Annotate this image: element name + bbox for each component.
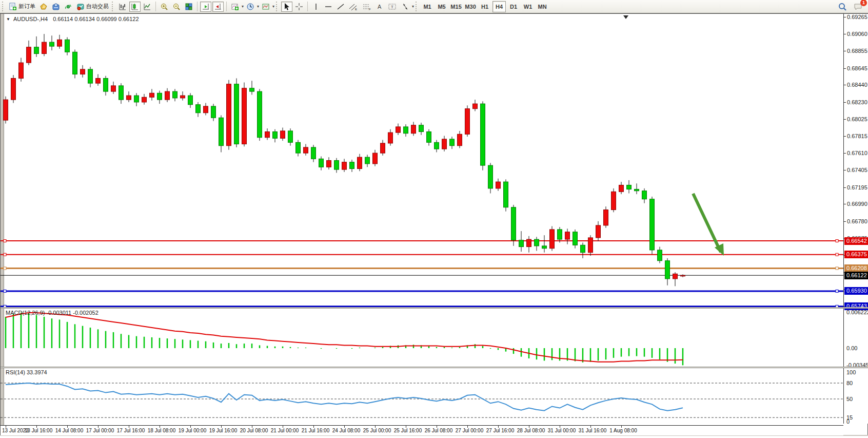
toolbar-grip[interactable] bbox=[416, 2, 418, 11]
candle-body bbox=[27, 47, 31, 63]
new-order-button[interactable]: 新订单 bbox=[7, 2, 37, 12]
timeframe-m1[interactable]: M1 bbox=[421, 1, 434, 12]
hline-handle[interactable] bbox=[836, 290, 838, 292]
svg-text:A: A bbox=[378, 4, 382, 10]
trendline-button[interactable] bbox=[335, 2, 346, 12]
svg-text:T: T bbox=[391, 5, 393, 9]
date-label: 21 Jul 16:00 bbox=[302, 428, 330, 433]
arrows-dropdown-caret[interactable]: ▾ bbox=[412, 4, 414, 9]
timeframe-m5[interactable]: M5 bbox=[435, 1, 448, 12]
trend-arrow-shaft[interactable] bbox=[693, 194, 721, 252]
rsi-panel[interactable] bbox=[1, 368, 843, 425]
panel-splitter[interactable] bbox=[1, 307, 868, 309]
candle-body bbox=[88, 69, 93, 83]
zoom-out-button[interactable] bbox=[171, 2, 182, 12]
candle-body bbox=[288, 131, 293, 142]
candle-body bbox=[519, 240, 524, 247]
timeframe-m15[interactable]: M15 bbox=[449, 1, 463, 12]
data-window-button[interactable] bbox=[50, 2, 62, 12]
tile-windows-button[interactable] bbox=[183, 2, 194, 12]
macd-panel[interactable] bbox=[1, 309, 843, 367]
date-label: 25 Jul 00:00 bbox=[363, 428, 391, 433]
hline-handle[interactable] bbox=[4, 290, 6, 292]
fibonacci-button[interactable]: F bbox=[361, 2, 373, 12]
timeframe-mn[interactable]: MN bbox=[536, 1, 549, 12]
rsi-line bbox=[6, 383, 683, 411]
timeframe-m30[interactable]: M30 bbox=[464, 1, 477, 12]
candle-body bbox=[19, 63, 24, 78]
timeframe-w1[interactable]: W1 bbox=[521, 1, 535, 12]
hline-handle[interactable] bbox=[836, 253, 838, 256]
chart-shift-marker[interactable] bbox=[623, 15, 628, 19]
bar-chart-button[interactable] bbox=[117, 2, 128, 12]
candle-body bbox=[465, 109, 470, 135]
hline-handle[interactable] bbox=[836, 267, 838, 270]
equidistant-channel-button[interactable]: E bbox=[347, 2, 360, 12]
toolbar-grip[interactable] bbox=[2, 2, 5, 11]
price-tick: 0.66780 bbox=[847, 218, 867, 224]
fibonacci-icon: F bbox=[362, 3, 371, 11]
horizontal-line-button[interactable] bbox=[323, 2, 334, 12]
notifications-button[interactable]: 1 bbox=[852, 2, 864, 12]
candle-body bbox=[504, 182, 508, 207]
candle-body bbox=[258, 91, 262, 138]
zoom-in-button[interactable] bbox=[159, 2, 170, 12]
candle-body bbox=[642, 191, 647, 199]
candle-body bbox=[34, 47, 39, 54]
zoom-in-icon bbox=[160, 3, 168, 11]
market-watch-button[interactable] bbox=[38, 2, 49, 12]
auto-scroll-icon bbox=[202, 3, 210, 11]
indicators-button[interactable] bbox=[229, 2, 241, 12]
autotrading-button[interactable]: 自动交易 bbox=[75, 2, 110, 12]
timeframe-h4[interactable]: H4 bbox=[492, 1, 506, 12]
search-button[interactable] bbox=[836, 2, 849, 12]
periods-dropdown-caret[interactable]: ▾ bbox=[257, 4, 259, 9]
crosshair-button[interactable] bbox=[293, 2, 305, 12]
hline-handle[interactable] bbox=[4, 267, 6, 270]
indicators-dropdown-caret[interactable]: ▾ bbox=[242, 4, 244, 9]
templates-button[interactable] bbox=[260, 2, 271, 12]
candle-body bbox=[342, 162, 347, 169]
candle-body bbox=[358, 157, 362, 168]
periods-button[interactable] bbox=[245, 2, 256, 12]
macd-scale-zero: 0.00 bbox=[846, 345, 857, 351]
timeframe-h1[interactable]: H1 bbox=[478, 1, 491, 12]
toolbar-grip[interactable] bbox=[112, 2, 114, 11]
date-label: 19 Jul 16:00 bbox=[209, 428, 238, 433]
templates-dropdown-caret[interactable]: ▾ bbox=[272, 4, 274, 9]
date-axis[interactable]: 13 Jul 202313 Jul 16:0014 Jul 08:0017 Ju… bbox=[1, 425, 843, 435]
price-badge-0.65743: 0.65743 bbox=[844, 302, 868, 310]
panel-splitter[interactable] bbox=[1, 367, 868, 368]
candle-body bbox=[142, 97, 147, 102]
price-badge-0.66122: 0.66122 bbox=[844, 272, 868, 279]
candle-body bbox=[588, 238, 593, 253]
toolbar-grip[interactable] bbox=[276, 2, 279, 11]
search-icon bbox=[838, 2, 847, 11]
candle-body bbox=[96, 79, 101, 84]
text-label-button[interactable]: T bbox=[386, 2, 399, 12]
text-button[interactable]: A bbox=[374, 2, 385, 12]
date-label: 13 Jul 16:00 bbox=[25, 428, 53, 433]
vertical-line-button[interactable] bbox=[310, 2, 322, 12]
signals-button[interactable] bbox=[63, 2, 74, 12]
main-chart[interactable] bbox=[1, 23, 843, 307]
line-chart-button[interactable] bbox=[142, 2, 153, 12]
signals-icon bbox=[64, 3, 72, 11]
hline-handle[interactable] bbox=[4, 253, 6, 256]
price-axis[interactable]: 0.006222 0.00 -0.003451 0.692650.690600.… bbox=[843, 14, 868, 424]
timeframe-d1[interactable]: D1 bbox=[507, 1, 520, 12]
candle-body bbox=[296, 142, 301, 153]
cursor-button[interactable] bbox=[281, 2, 292, 12]
candlestick-chart-button[interactable] bbox=[129, 2, 141, 12]
trendline-icon bbox=[337, 3, 345, 11]
chart-dropdown-caret[interactable]: ▼ bbox=[6, 17, 10, 22]
hline-handle[interactable] bbox=[836, 240, 838, 242]
arrows-button[interactable] bbox=[400, 2, 411, 12]
candle-body bbox=[65, 40, 70, 52]
hline-handle[interactable] bbox=[4, 240, 6, 242]
auto-scroll-button[interactable] bbox=[200, 2, 211, 12]
candle-body bbox=[411, 125, 416, 134]
candle-body bbox=[488, 165, 493, 188]
chart-shift-button[interactable] bbox=[212, 2, 224, 12]
candle-body bbox=[50, 42, 54, 46]
